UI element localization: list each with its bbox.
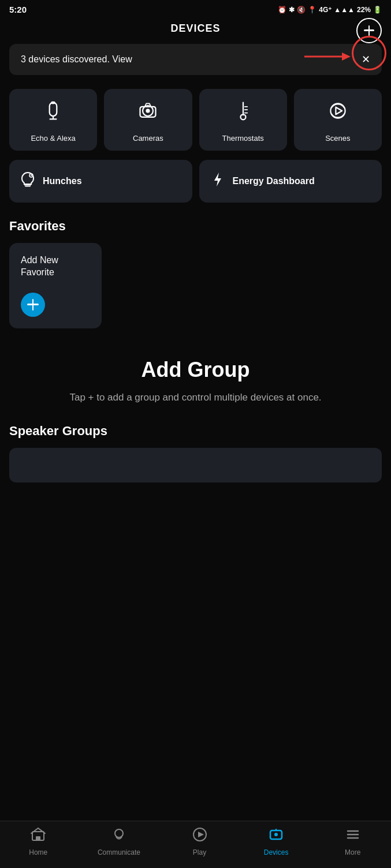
location-icon: 📍 [308,6,316,14]
more-nav-icon [345,827,360,845]
energy-icon [210,171,226,191]
device-tile-cameras[interactable]: Cameras [104,89,192,151]
bluetooth-icon: ✱ [289,6,295,14]
nav-item-play[interactable]: Play [183,827,217,856]
discovery-close-button[interactable]: ✕ [362,53,370,66]
wide-buttons: Hunches Energy Dashboard [9,160,382,203]
status-icons: ⏰ ✱ 🔇 📍 4G⁺ ▲▲▲ 22% 🔋 [278,6,382,14]
header: DEVICES [0,17,391,44]
play-nav-icon [192,827,207,845]
svg-point-7 [146,108,150,113]
devices-nav-label: Devices [264,848,289,856]
favorites-title: Favorites [9,219,382,234]
add-group-subtitle: Tap + to add a group and control multipl… [23,390,368,405]
communicate-nav-icon [111,827,126,845]
speaker-group-item[interactable] [9,448,382,482]
add-favorite-tile[interactable]: Add New Favorite [9,243,102,328]
status-time: 5:20 [9,5,27,14]
favorites-row: Add New Favorite [9,243,382,328]
thermostats-icon [233,100,254,126]
svg-point-27 [274,833,278,836]
hunches-button[interactable]: Hunches [9,160,192,203]
energy-dashboard-label: Energy Dashboard [233,176,315,186]
add-favorite-icon [21,293,45,317]
svg-point-19 [31,175,32,176]
svg-marker-20 [214,173,221,186]
speaker-groups-section: Speaker Groups [0,424,391,482]
nav-item-communicate[interactable]: Communicate [98,827,140,856]
thermostats-label: Thermostats [222,134,264,143]
discovery-banner: 3 devices discovered. View ✕ [9,44,382,75]
svg-marker-25 [198,832,204,837]
device-tile-scenes[interactable]: Scenes [294,89,382,151]
signal-icon: 4G⁺ [319,6,332,14]
scenes-icon [327,100,348,126]
cameras-label: Cameras [133,134,163,143]
alarm-icon: ⏰ [278,6,286,14]
nav-item-devices[interactable]: Devices [259,827,293,856]
cameras-icon [137,100,158,126]
mute-icon: 🔇 [297,6,306,14]
svg-rect-17 [25,186,31,187]
devices-nav-icon [269,827,284,845]
status-bar: 5:20 ⏰ ✱ 🔇 📍 4G⁺ ▲▲▲ 22% 🔋 [0,0,391,17]
battery-icon: 🔋 [373,6,382,14]
bottom-nav: Home Communicate Play Devices [0,821,391,868]
add-device-button-wrapper[interactable] [356,18,382,43]
scenes-label: Scenes [325,134,350,143]
svg-marker-15 [336,107,342,115]
more-nav-label: More [345,848,360,856]
hunches-icon [20,171,36,191]
device-tile-echo-alexa[interactable]: Echo & Alexa [9,89,97,151]
play-nav-label: Play [193,848,206,856]
device-grid: Echo & Alexa Cameras Thermostats [9,89,382,151]
svg-rect-16 [24,184,31,186]
add-device-button[interactable] [356,18,382,43]
svg-rect-2 [50,103,57,116]
home-nav-label: Home [29,848,47,856]
speaker-groups-title: Speaker Groups [9,424,382,439]
echo-alexa-icon [43,100,64,126]
energy-dashboard-button[interactable]: Energy Dashboard [199,160,382,203]
svg-point-23 [115,829,123,837]
home-nav-icon [31,827,46,845]
communicate-nav-label: Communicate [98,848,140,856]
wifi-icon: ▲▲▲ [334,6,355,14]
favorites-section: Favorites Add New Favorite [0,219,391,328]
nav-item-home[interactable]: Home [21,827,55,856]
add-group-title: Add Group [23,358,368,381]
battery-level: 22% [357,6,371,14]
discovery-view-link[interactable]: View [112,54,132,64]
page-title: DEVICES [170,23,220,35]
add-group-section: Add Group Tap + to add a group and contr… [0,347,391,424]
svg-rect-22 [36,836,40,840]
echo-alexa-label: Echo & Alexa [31,134,75,143]
nav-item-more[interactable]: More [336,827,370,856]
svg-rect-3 [51,102,55,104]
add-favorite-label: Add New Favorite [21,255,90,279]
device-tile-thermostats[interactable]: Thermostats [199,89,287,151]
discovery-count: 3 devices discovered. [21,54,110,64]
hunches-label: Hunches [43,176,82,186]
discovery-text: 3 devices discovered. View [21,54,132,65]
